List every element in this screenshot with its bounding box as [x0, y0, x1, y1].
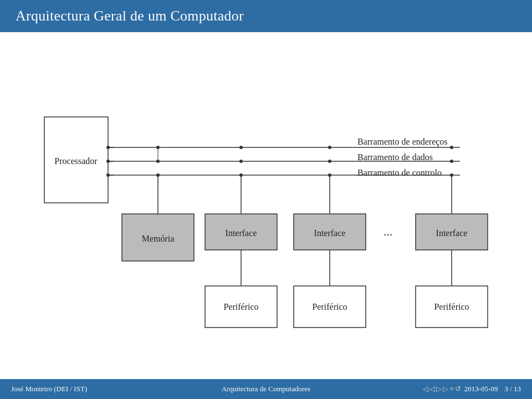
footer-title: Arquitectura de Computadores: [181, 385, 351, 393]
slide-title: Arquitectura Geral de um Computador: [0, 0, 532, 32]
svg-point-25: [450, 146, 453, 149]
dots-label: ···: [383, 228, 393, 242]
footer-page: 3 / 13: [504, 385, 521, 393]
periferico2-label: Periférico: [312, 302, 347, 311]
nav-right2-icon[interactable]: ▷: [443, 385, 448, 393]
periferico1-label: Periférico: [223, 302, 258, 311]
diagram-area: Barramento de endereços Barramento de da…: [0, 32, 532, 379]
nav-controls[interactable]: ◁ ◁ ▷ ▷ ≡ ↺: [423, 385, 461, 393]
svg-point-22: [328, 173, 331, 177]
footer-info: ◁ ◁ ▷ ▷ ≡ ↺ 2013-05-09 3 / 13: [351, 385, 521, 393]
svg-point-4: [106, 146, 110, 149]
svg-point-20: [328, 146, 331, 149]
periferico3-label: Periférico: [434, 302, 469, 311]
svg-point-12: [156, 160, 160, 163]
nav-left2-icon[interactable]: ◁: [429, 385, 435, 393]
footer-author: José Monteiro (DEI / IST): [11, 385, 181, 393]
svg-point-15: [239, 146, 243, 149]
architecture-diagram: Barramento de endereços Barramento de da…: [22, 43, 510, 368]
processador-label: Processador: [54, 156, 98, 166]
bus3-label: Barramento de controlo: [357, 168, 442, 177]
bus1-label: Barramento de endereços: [357, 137, 448, 147]
interface1-label: Interface: [226, 228, 257, 238]
svg-point-16: [239, 160, 243, 163]
interface3-label: Interface: [436, 228, 468, 238]
svg-point-8: [106, 173, 110, 177]
svg-point-21: [328, 160, 331, 163]
svg-point-6: [106, 160, 110, 163]
nav-right-icon[interactable]: ▷: [436, 385, 442, 393]
nav-left-icon[interactable]: ◁: [423, 385, 428, 393]
bus2-label: Barramento de dados: [357, 152, 433, 162]
nav-menu-icon[interactable]: ≡: [449, 385, 453, 393]
footer-date: 2013-05-09: [464, 385, 498, 393]
footer: José Monteiro (DEI / IST) Arquitectura d…: [0, 379, 532, 399]
memoria-label: Memória: [142, 234, 175, 243]
svg-point-13: [156, 173, 160, 177]
svg-point-17: [239, 173, 243, 177]
nav-refresh-icon[interactable]: ↺: [455, 385, 461, 393]
svg-point-26: [450, 160, 453, 163]
svg-point-27: [450, 173, 453, 177]
interface2-label: Interface: [314, 228, 346, 238]
